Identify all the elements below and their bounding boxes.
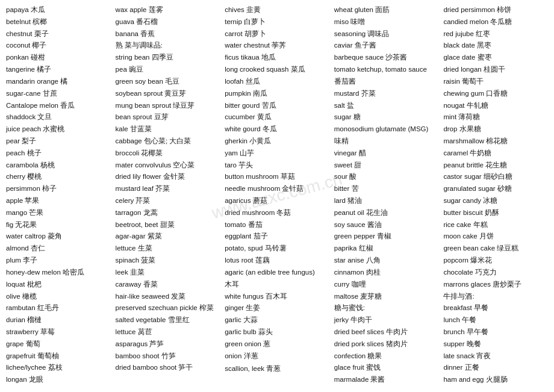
list-item: chives 韭黄 — [225, 5, 329, 16]
list-item: cucumber 黄瓜 — [225, 112, 329, 123]
list-item: soy sauce 酱油 — [334, 220, 439, 231]
list-item: water chestnut 荸荠 — [225, 40, 329, 51]
list-item: miso 味噌 — [334, 17, 439, 28]
list-item: granulated sugar 砂糖 — [443, 184, 548, 194]
list-item: dinner 正餐 — [443, 362, 548, 373]
list-item: loquat 枇杷 — [6, 279, 111, 290]
list-item: gherkin 小黄瓜 — [225, 136, 329, 147]
list-item: cabbage 包心菜; 大白菜 — [116, 136, 220, 147]
list-item: garlic bulb 蒜头 — [225, 327, 329, 338]
list-item: dried beef slices 牛肉片 — [334, 327, 439, 338]
list-item: grape 葡萄 — [6, 339, 111, 350]
list-item: butter biscuit 奶酥 — [443, 208, 548, 219]
list-item: juice peach 水蜜桃 — [6, 124, 111, 135]
list-item: lunch 午餐 — [443, 315, 548, 326]
list-item: salted vegetable 雪里红 — [116, 315, 220, 326]
list-item: moon cake 月饼 — [443, 231, 548, 242]
list-item: long crooked squash 菜瓜 — [225, 64, 329, 75]
list-item: caraway 香菜 — [116, 279, 220, 290]
main-content: papaya 木瓜betelnut 槟榔chestnut 栗子coconut 椰… — [6, 5, 548, 385]
list-item: longan 龙眼 — [6, 375, 111, 385]
list-item: lotus root 莲藕 — [225, 255, 329, 266]
list-item: Cantalope melon 香瓜 — [6, 101, 111, 111]
list-item: garlic 大蒜 — [225, 315, 329, 326]
list-item: red jujube 红枣 — [443, 29, 548, 40]
list-item: loofah 丝瓜 — [225, 76, 329, 87]
column-1: papaya 木瓜betelnut 槟榔chestnut 栗子coconut 椰… — [6, 5, 113, 385]
list-item: celery 芹菜 — [116, 196, 220, 207]
column-4: wheat gluten 面筋miso 味噌seasoning 调味品cavia… — [332, 5, 441, 385]
list-item: dried mushroom 冬菇 — [225, 208, 329, 219]
list-item: ponkan 碰柑 — [6, 52, 111, 63]
list-item: lard 猪油 — [334, 196, 439, 207]
list-item: lichee/lychee 荔枝 — [6, 362, 111, 373]
list-item: 糖与蜜饯: — [334, 303, 439, 314]
list-item: pear 梨子 — [6, 136, 111, 147]
list-item: papaya 木瓜 — [6, 5, 111, 16]
list-item: glace fruit 蜜饯 — [334, 362, 439, 373]
list-item: marrons glaces 唐炒栗子 — [443, 279, 548, 290]
list-item: tarragon 龙蒿 — [116, 208, 220, 219]
list-item: betelnut 槟榔 — [6, 17, 111, 28]
list-item: olive 橄榄 — [6, 291, 111, 302]
list-item: cinnamon 肉桂 — [334, 267, 439, 278]
list-item: honey-dew melon 哈密瓜 — [6, 267, 111, 278]
list-item: 牛排与酒: — [443, 291, 548, 302]
list-item: chewing gum 口香糖 — [443, 89, 548, 99]
list-item: sugar-cane 甘蔗 — [6, 89, 111, 99]
list-item: preserved szechuan pickle 榨菜 — [116, 303, 220, 314]
list-item: maltose 麦芽糖 — [334, 291, 439, 302]
list-item: green pepper 青椒 — [334, 231, 439, 242]
list-item: banana 香蕉 — [116, 29, 220, 40]
list-item: marshmallow 棉花糖 — [443, 136, 548, 147]
list-item: chestnut 栗子 — [6, 29, 111, 40]
list-item: mint 薄荷糖 — [443, 112, 548, 123]
list-item: pea 豌豆 — [116, 64, 220, 75]
list-item: marmalade 果酱 — [334, 375, 439, 385]
list-item: ginger 生姜 — [225, 303, 329, 314]
list-item: tomato 番茄 — [225, 220, 329, 231]
list-item: fig 无花果 — [6, 220, 111, 231]
list-item: onion 洋葱 — [225, 351, 329, 362]
list-item: mung bean sprout 绿豆芽 — [116, 101, 220, 111]
list-item: salt 盐 — [334, 101, 439, 111]
list-item: persimmon 柿子 — [6, 184, 111, 194]
list-item: carambola 杨桃 — [6, 160, 111, 171]
list-item: ternip 白萝卜 — [225, 17, 329, 28]
list-item: barbeque sauce 沙茶酱 — [334, 52, 439, 63]
list-item: taro 芋头 — [225, 160, 329, 171]
list-item: kale 甘蓝菜 — [116, 124, 220, 135]
list-item: broccoli 花椰菜 — [116, 148, 220, 159]
list-item: popcorn 爆米花 — [443, 255, 548, 266]
list-item: plum 李子 — [6, 255, 111, 266]
list-item: mater convolvulus 空心菜 — [116, 160, 220, 171]
list-item: paprika 红椒 — [334, 243, 439, 254]
list-item: bamboo shoot 竹笋 — [116, 351, 220, 362]
list-item: shaddock 文旦 — [6, 112, 111, 123]
list-item: star anise 八角 — [334, 255, 439, 266]
list-item: wax apple 莲雾 — [116, 5, 220, 16]
list-item: pumpkin 南瓜 — [225, 89, 329, 99]
list-item: white fungus 百木耳 — [225, 291, 329, 302]
list-item: hair-like seaweed 发菜 — [116, 291, 220, 302]
list-item: 熟 菜与调味品: — [116, 40, 220, 51]
list-item: agaricus 蘑菇 — [225, 196, 329, 207]
column-2: wax apple 莲雾guava 番石榴banana 香蕉熟 菜与调味品:st… — [113, 5, 223, 385]
list-item: button mushroom 草菇 — [225, 172, 329, 182]
list-item: 木耳 — [225, 279, 329, 290]
list-item: wheat gluten 面筋 — [334, 5, 439, 16]
list-item: grapefruit 葡萄柚 — [6, 351, 111, 362]
list-item: string bean 四季豆 — [116, 52, 220, 63]
list-item: agaric (an edible tree fungus) — [225, 267, 329, 278]
list-item: apple 苹果 — [6, 196, 111, 207]
list-item: sweet 甜 — [334, 160, 439, 171]
list-item: supper 晚餐 — [443, 339, 548, 350]
list-item: durian 榴槤 — [6, 315, 111, 326]
list-item: green bean cake 绿豆糕 — [443, 243, 548, 254]
list-item: breakfast 早餐 — [443, 303, 548, 314]
list-item: sugar 糖 — [334, 112, 439, 123]
list-item: peach 桃子 — [6, 148, 111, 159]
list-item: water caltrop 菱角 — [6, 231, 111, 242]
list-item: drop 水果糖 — [443, 124, 548, 135]
list-item: dried longan 桂圆干 — [443, 64, 548, 75]
